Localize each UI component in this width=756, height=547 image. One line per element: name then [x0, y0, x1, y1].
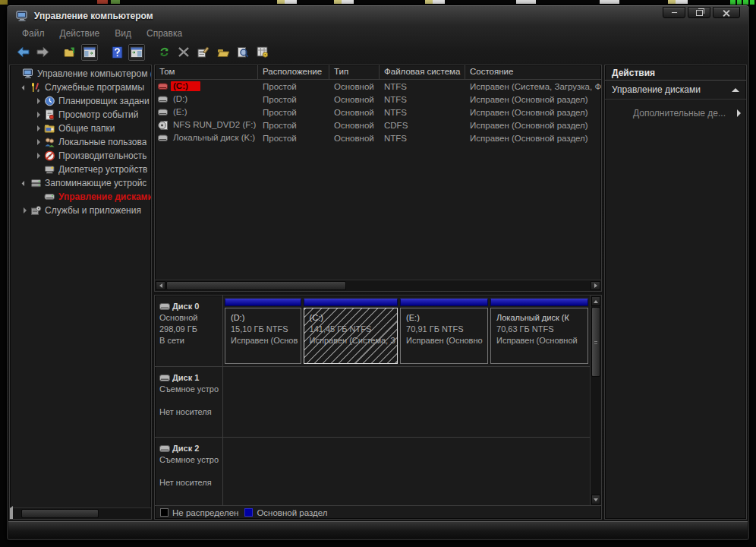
column-header-volume[interactable]: Том — [155, 65, 258, 79]
volume-name: (C:) — [171, 81, 200, 91]
expander-collapsed-icon[interactable] — [35, 153, 43, 159]
volume-row-c[interactable]: (C:) Простой Основной NTFS Исправен (Сис… — [155, 80, 601, 93]
desktop-fragment — [668, 0, 688, 4]
scroll-down-icon[interactable] — [591, 495, 600, 504]
rescan-disks-icon[interactable] — [175, 44, 192, 61]
performance-icon — [44, 150, 55, 161]
volume-layout: Простой — [258, 121, 329, 130]
disk-kind: Съемное устро — [159, 454, 221, 466]
tree-item-event-viewer[interactable]: Просмотр событий — [10, 108, 151, 122]
collapse-icon[interactable] — [732, 88, 739, 92]
disk-0-info[interactable]: Диск 0 Основной 298,09 ГБ В сети — [155, 296, 223, 366]
scrollbar-thumb[interactable] — [21, 509, 99, 518]
menu-bar: Файл Действие Вид Справка — [7, 26, 749, 41]
volume-fs: CDFS — [380, 121, 465, 130]
partition-e[interactable]: (E:) 70,91 ГБ NTFS Исправен (Основно — [400, 299, 488, 364]
toolbar — [7, 41, 749, 63]
column-header-layout[interactable]: Расположение — [258, 65, 329, 79]
partition-c[interactable]: (C:) 141,45 ГБ NTFS Исправен (Система, З — [304, 299, 398, 364]
tree-item-device-manager[interactable]: Диспетчер устройств — [10, 163, 151, 176]
volume-status: Исправен (Основной раздел) — [465, 108, 601, 117]
refresh-icon[interactable] — [156, 44, 172, 61]
scroll-left-icon[interactable] — [156, 281, 165, 290]
expander-collapsed-icon[interactable] — [35, 98, 43, 104]
disk-state: Нет носителя — [159, 406, 221, 418]
expander-expanded-icon[interactable] — [21, 182, 29, 185]
services-icon — [30, 205, 42, 216]
action-pane-icon[interactable] — [128, 44, 145, 61]
unallocated-swatch — [160, 508, 169, 517]
disk-icon — [159, 303, 170, 310]
scroll-up-icon[interactable] — [591, 296, 600, 306]
empty-media-area[interactable] — [223, 367, 590, 437]
actions-group-disk-management[interactable]: Управление дисками — [605, 81, 746, 100]
back-icon[interactable] — [14, 44, 31, 61]
tree-item-computer-management[interactable]: Управление компьютером ( — [10, 67, 151, 81]
export-list-icon[interactable] — [195, 44, 212, 61]
volume-row-f[interactable]: NFS RUN_DVD2 (F:) Простой Основной CDFS … — [155, 119, 601, 131]
scrollbar-thumb[interactable] — [591, 307, 600, 377]
expander-expanded-icon[interactable] — [21, 86, 29, 90]
volume-list-horizontal-scrollbar[interactable] — [155, 280, 601, 291]
tree-item-task-scheduler[interactable]: Планировщик задани — [10, 94, 151, 108]
close-button[interactable] — [713, 7, 740, 18]
tree-item-local-users[interactable]: Локальные пользова — [10, 135, 151, 149]
partition-k[interactable]: Локальный диск (К 70,63 ГБ NTFS Исправен… — [490, 299, 588, 364]
column-header-status[interactable]: Состояние — [465, 65, 601, 79]
column-header-type[interactable]: Тип — [329, 65, 380, 79]
volume-fs: NTFS — [380, 95, 465, 104]
tree-item-disk-management[interactable]: Управление дисками — [10, 190, 151, 204]
partition-color-bar — [490, 299, 588, 306]
tree-item-system-tools[interactable]: Служебные программы — [10, 81, 151, 94]
scrollbar-thumb[interactable] — [166, 281, 346, 290]
menu-view[interactable]: Вид — [107, 27, 139, 40]
disk-2-info[interactable]: Диск 2 Съемное устро Нет носителя — [155, 438, 223, 505]
console-tree-icon[interactable] — [81, 44, 98, 61]
volume-name: (D:) — [171, 94, 200, 104]
tree-item-performance[interactable]: Производительность — [10, 149, 151, 163]
forward-icon[interactable] — [34, 44, 51, 61]
cd-volume-icon — [158, 121, 168, 130]
disk-volume-icon — [158, 109, 168, 116]
desktop-fragment — [111, 0, 120, 4]
tree-item-storage[interactable]: Запоминающие устройс — [10, 176, 151, 190]
minimize-button[interactable] — [663, 7, 685, 18]
empty-media-area[interactable] — [223, 438, 590, 505]
expander-collapsed-icon[interactable] — [21, 207, 29, 213]
volume-row-d[interactable]: (D:) Простой Основной NTFS Исправен (Осн… — [155, 93, 601, 106]
graphical-view-vertical-scrollbar[interactable] — [590, 296, 601, 505]
legend-label: Не распределен — [172, 508, 238, 517]
actions-item-more[interactable]: Дополнительные де... — [605, 108, 746, 119]
volume-layout: Простой — [258, 134, 329, 143]
volume-type: Основной — [329, 121, 380, 130]
tree-horizontal-scrollbar[interactable] — [10, 507, 151, 519]
column-header-filesystem[interactable]: Файловая система — [380, 65, 465, 79]
up-folder-icon[interactable] — [61, 44, 78, 61]
volume-type: Основной — [329, 95, 380, 104]
menu-action[interactable]: Действие — [52, 27, 108, 40]
titlebar[interactable]: Управление компьютером — [7, 5, 749, 26]
help-icon[interactable] — [109, 44, 125, 61]
menu-file[interactable]: Файл — [14, 27, 52, 40]
volume-list-pane: Том Расположение Тип Файловая система Со… — [154, 65, 602, 292]
disk-2-row: Диск 2 Съемное устро Нет носителя — [155, 438, 590, 505]
restore-button[interactable] — [688, 7, 710, 18]
menu-help[interactable]: Справка — [139, 27, 190, 40]
expander-collapsed-icon[interactable] — [35, 125, 43, 131]
legend-label: Основной раздел — [257, 508, 327, 517]
tree-item-services-apps[interactable]: Службы и приложения — [10, 204, 151, 217]
volume-row-k[interactable]: Локальный диск (K:) Простой Основной NTF… — [155, 131, 601, 144]
tree-item-shared-folders[interactable]: Общие папки — [10, 122, 151, 135]
volume-name: Локальный диск (K:) — [171, 133, 258, 143]
open-icon[interactable] — [215, 44, 232, 61]
tools-icon — [30, 82, 42, 93]
scroll-right-icon[interactable] — [591, 281, 600, 290]
expander-collapsed-icon[interactable] — [35, 139, 43, 145]
customize-icon[interactable] — [254, 44, 271, 61]
disk-1-info[interactable]: Диск 1 Съемное устро Нет носителя — [155, 367, 223, 437]
find-icon[interactable] — [235, 44, 251, 61]
volume-row-e[interactable]: (E:) Простой Основной NTFS Исправен (Осн… — [155, 106, 601, 119]
expander-collapsed-icon[interactable] — [35, 112, 43, 118]
partition-d[interactable]: (D:) 15,10 ГБ NTFS Исправен (Основ — [225, 299, 301, 364]
close-icon — [723, 9, 730, 17]
